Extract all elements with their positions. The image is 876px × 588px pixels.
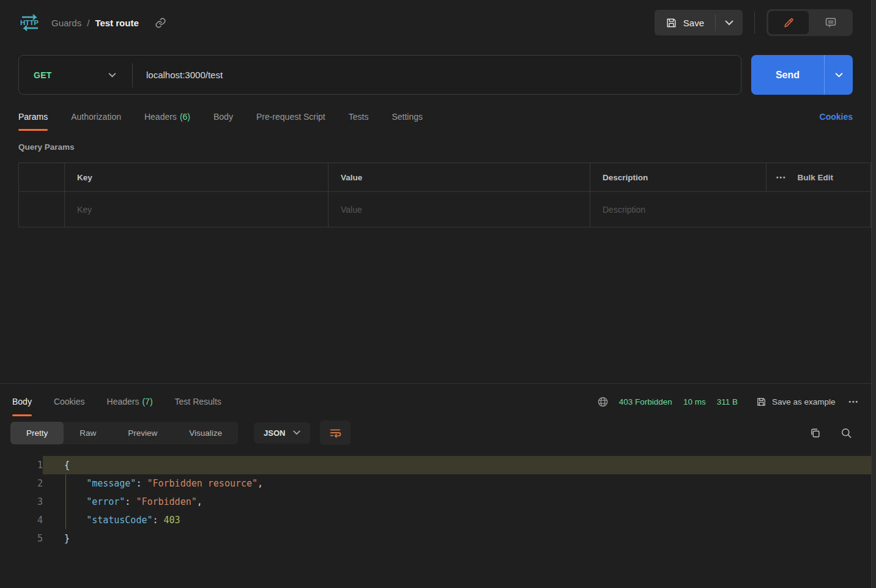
save-button-group: Save <box>655 10 743 35</box>
code-line-content: "message": "Forbidden resource", <box>43 474 871 493</box>
line-number: 4 <box>0 511 43 529</box>
send-options-button[interactable] <box>825 55 853 95</box>
line-number: 1 <box>0 456 43 474</box>
response-view-toolbar: Pretty Raw Preview Visualize JSON <box>0 419 871 451</box>
method-label: GET <box>34 70 52 80</box>
query-params-title: Query Params <box>18 142 853 152</box>
chevron-down-icon <box>108 73 116 78</box>
save-icon <box>666 17 677 29</box>
bulk-edit-button[interactable]: Bulk Edit <box>798 173 834 182</box>
breadcrumb-request-title[interactable]: Test route <box>95 18 138 28</box>
response-tab-test-results[interactable]: Test Results <box>175 384 221 419</box>
url-input[interactable]: localhost:3000/test <box>133 70 741 80</box>
response-time: 10 ms <box>683 397 706 406</box>
save-options-button[interactable] <box>716 10 743 35</box>
response-tabs: Body Cookies Headers(7) Test Results 403… <box>0 384 871 419</box>
comment-icon <box>825 17 837 29</box>
tab-tests[interactable]: Tests <box>349 100 369 134</box>
params-key-column-header: Key <box>65 163 328 192</box>
param-key-input[interactable]: Key <box>65 192 328 227</box>
view-mode-raw[interactable]: Raw <box>64 422 112 444</box>
request-pane: HTTP Guards / Test route <box>0 0 871 383</box>
line-number: 3 <box>0 493 43 511</box>
save-button-label: Save <box>683 18 704 28</box>
more-options-icon[interactable]: ••• <box>776 174 787 181</box>
code-line: 1{ <box>0 456 871 474</box>
search-response-button[interactable] <box>841 427 852 439</box>
response-more-options-icon[interactable]: ••• <box>848 399 859 405</box>
edit-mode-button[interactable] <box>768 11 809 34</box>
chevron-down-icon <box>725 20 733 26</box>
response-tab-cookies[interactable]: Cookies <box>54 384 85 419</box>
tab-params[interactable]: Params <box>18 100 48 134</box>
tab-authorization[interactable]: Authorization <box>71 100 121 134</box>
response-tab-headers[interactable]: Headers(7) <box>107 384 153 419</box>
params-value-column-header: Value <box>328 163 590 192</box>
wrap-lines-icon <box>328 426 342 439</box>
response-pane: Body Cookies Headers(7) Test Results 403… <box>0 383 871 588</box>
save-as-example-label: Save as example <box>772 397 836 406</box>
params-description-column-header: Description <box>590 163 766 192</box>
format-selector[interactable]: JSON <box>254 422 310 444</box>
param-row-checkbox-cell <box>19 192 65 227</box>
param-description-input[interactable]: Description <box>590 192 870 227</box>
tab-settings[interactable]: Settings <box>392 100 423 134</box>
breadcrumb-parent[interactable]: Guards <box>51 18 81 28</box>
headers-count-badge: (6) <box>180 112 190 122</box>
save-as-example-button[interactable]: Save as example <box>756 397 836 407</box>
response-size: 311 B <box>717 397 738 406</box>
request-tabs: Params Authorization Headers(6) Body Pre… <box>18 100 853 134</box>
network-globe-icon[interactable] <box>597 396 609 408</box>
response-meta: 403 Forbidden 10 ms 311 B Save as exampl… <box>597 396 859 408</box>
params-actions-header: ••• Bulk Edit <box>766 163 870 192</box>
request-url-row: GET localhost:3000/test Send <box>18 55 853 95</box>
tab-headers[interactable]: Headers(6) <box>144 100 190 134</box>
response-body-code[interactable]: 1{2 "message": "Forbidden resource",3 "e… <box>0 456 871 548</box>
tab-body[interactable]: Body <box>213 100 233 134</box>
pencil-icon <box>783 17 795 29</box>
line-number: 2 <box>0 474 43 493</box>
copy-response-button[interactable] <box>809 427 821 439</box>
mode-toggle-group <box>766 9 853 36</box>
send-button[interactable]: Send <box>751 55 824 95</box>
code-line: 4 "statusCode": 403 <box>0 511 871 529</box>
query-params-table: Key Value Description ••• Bulk Edit Key … <box>18 163 871 227</box>
http-request-icon: HTTP <box>18 13 42 32</box>
right-edge-scrollbar <box>871 0 876 588</box>
format-label: JSON <box>264 428 285 438</box>
response-headers-count-badge: (7) <box>142 397 152 406</box>
method-selector[interactable]: GET <box>19 70 132 80</box>
copy-link-icon[interactable] <box>155 17 166 29</box>
comments-button[interactable] <box>811 11 851 34</box>
code-line-content: "statusCode": 403 <box>43 511 871 529</box>
status-badge: 403 Forbidden <box>619 397 672 406</box>
save-button[interactable]: Save <box>655 10 715 35</box>
breadcrumb-separator: / <box>87 18 89 28</box>
params-checkbox-column-header <box>19 163 65 192</box>
code-line: 5} <box>0 529 871 548</box>
wrap-lines-button[interactable] <box>320 421 351 445</box>
toolbar-divider <box>754 12 755 34</box>
view-mode-preview[interactable]: Preview <box>112 422 173 444</box>
save-icon <box>756 397 766 407</box>
search-icon <box>841 427 852 439</box>
code-line-content: { <box>43 456 871 474</box>
view-mode-visualize[interactable]: Visualize <box>173 422 238 444</box>
send-button-group: Send <box>751 55 853 95</box>
param-value-input[interactable]: Value <box>328 192 590 227</box>
line-number: 5 <box>0 529 43 548</box>
response-tab-body[interactable]: Body <box>12 384 32 419</box>
view-mode-pretty[interactable]: Pretty <box>10 422 64 444</box>
code-line: 3 "error": "Forbidden", <box>0 493 871 511</box>
code-line-content: "error": "Forbidden", <box>43 493 871 511</box>
copy-icon <box>809 427 821 439</box>
tab-pre-request-script[interactable]: Pre-request Script <box>256 100 325 134</box>
cookies-link[interactable]: Cookies <box>820 112 853 122</box>
send-button-label: Send <box>776 70 800 81</box>
request-header-bar: HTTP Guards / Test route <box>0 0 871 45</box>
code-line: 2 "message": "Forbidden resource", <box>0 474 871 493</box>
response-action-icons <box>809 427 861 439</box>
chevron-down-icon <box>835 73 843 78</box>
svg-text:HTTP: HTTP <box>20 19 39 26</box>
chevron-down-icon <box>293 430 300 435</box>
